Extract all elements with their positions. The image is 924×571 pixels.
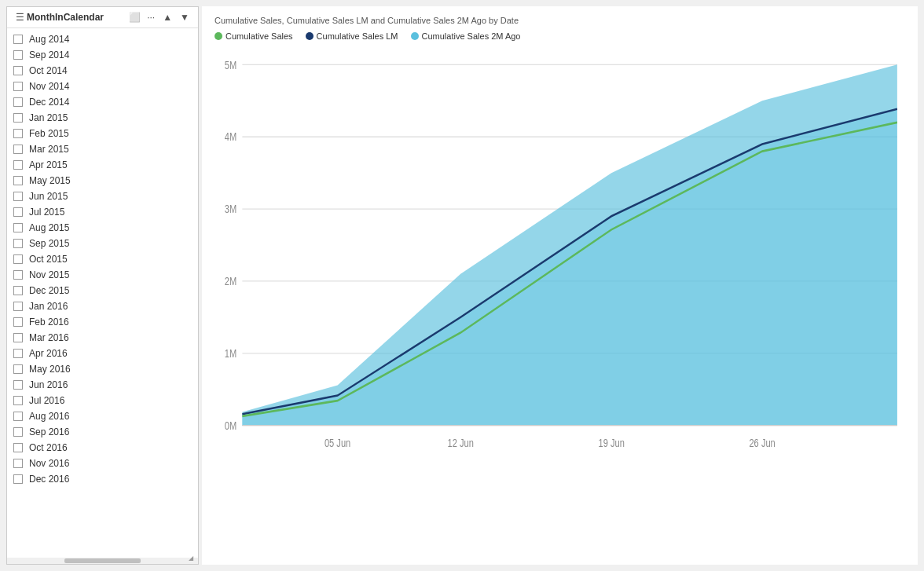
chart-area: 5M 4M 3M 2M 1M 0M 05 Jun	[214, 50, 905, 555]
list-item[interactable]: Apr 2016	[7, 346, 198, 361]
month-label: Dec 2015	[29, 285, 69, 296]
checkbox[interactable]	[13, 82, 23, 91]
filter-panel: ☰ MonthInCalendar ⬜ ··· ▲ ▼ Aug 2014Sep …	[6, 6, 199, 565]
list-item[interactable]: Oct 2014	[7, 63, 198, 79]
checkbox[interactable]	[13, 207, 23, 217]
month-label: Sep 2016	[29, 426, 69, 437]
month-label: Feb 2015	[29, 128, 69, 139]
checkbox[interactable]	[13, 223, 23, 232]
hamburger-icon[interactable]: ☰	[13, 12, 27, 23]
svg-text:0M: 0M	[225, 419, 236, 432]
list-item[interactable]: Feb 2015	[7, 126, 198, 141]
list-item[interactable]: Nov 2015	[7, 267, 198, 283]
list-item[interactable]: Aug 2016	[7, 408, 198, 424]
month-label: Jul 2015	[29, 207, 64, 218]
legend-item: Cumulative Sales	[214, 31, 293, 41]
checkbox[interactable]	[13, 364, 23, 374]
list-item[interactable]: Jan 2015	[7, 110, 198, 126]
list-item[interactable]: Aug 2014	[7, 31, 198, 47]
panel-title: MonthInCalendar	[27, 12, 126, 23]
chart-panel: Cumulative Sales, Cumulative Sales LM an…	[202, 6, 918, 565]
list-item[interactable]: Jul 2015	[7, 204, 198, 220]
month-label: May 2016	[29, 364, 71, 375]
list-item[interactable]: Dec 2016	[7, 471, 198, 487]
checkbox[interactable]	[13, 239, 23, 248]
month-label: Nov 2016	[29, 458, 69, 469]
month-label: Dec 2014	[29, 97, 69, 108]
chart-title: Cumulative Sales, Cumulative Sales LM an…	[214, 16, 905, 25]
list-item[interactable]: Nov 2014	[7, 79, 198, 94]
panel-header: ☰ MonthInCalendar ⬜ ··· ▲ ▼	[7, 7, 198, 28]
checkbox[interactable]	[13, 35, 23, 44]
checkbox[interactable]	[13, 302, 23, 311]
checkbox[interactable]	[13, 145, 23, 154]
checkbox[interactable]	[13, 113, 23, 123]
list-item[interactable]: Aug 2015	[7, 220, 198, 236]
resize-corner[interactable]: ◢	[189, 555, 196, 562]
horizontal-scrollbar[interactable]	[7, 558, 198, 564]
month-label: Mar 2016	[29, 332, 69, 343]
checkbox[interactable]	[13, 176, 23, 185]
checkbox[interactable]	[13, 317, 23, 327]
svg-text:05 Jun: 05 Jun	[324, 437, 350, 450]
checkbox[interactable]	[13, 192, 23, 201]
checkbox[interactable]	[13, 66, 23, 75]
month-label: Jul 2016	[29, 395, 64, 406]
list-item[interactable]: Sep 2014	[7, 47, 198, 63]
list-item[interactable]: Feb 2016	[7, 314, 198, 330]
checkbox[interactable]	[13, 50, 23, 60]
checkbox[interactable]	[13, 459, 23, 468]
month-label: Aug 2014	[29, 34, 69, 45]
checkbox[interactable]	[13, 160, 23, 170]
chart-svg: 5M 4M 3M 2M 1M 0M 05 Jun	[214, 50, 905, 555]
month-label: Jun 2016	[29, 379, 68, 390]
list-item[interactable]: Dec 2014	[7, 94, 198, 110]
list-item[interactable]: Mar 2015	[7, 141, 198, 157]
checkbox[interactable]	[13, 349, 23, 358]
list-item[interactable]: Jan 2016	[7, 298, 198, 314]
month-label: Sep 2014	[29, 49, 69, 60]
month-label: May 2015	[29, 175, 71, 186]
svg-text:4M: 4M	[225, 130, 236, 144]
svg-text:26 Jun: 26 Jun	[749, 437, 775, 450]
checkbox[interactable]	[13, 97, 23, 107]
month-label: Sep 2015	[29, 238, 69, 249]
checkbox[interactable]	[13, 427, 23, 437]
expand-icon[interactable]: ⬜	[126, 12, 143, 23]
legend-label: Cumulative Sales	[226, 31, 293, 41]
sort-desc-icon[interactable]: ▼	[178, 12, 192, 23]
month-label: Aug 2016	[29, 411, 69, 422]
list-item[interactable]: Dec 2015	[7, 283, 198, 298]
checkbox[interactable]	[13, 333, 23, 342]
list-item[interactable]: Mar 2016	[7, 330, 198, 346]
checkbox[interactable]	[13, 270, 23, 280]
checkbox[interactable]	[13, 396, 23, 405]
checkbox[interactable]	[13, 286, 23, 295]
list-item[interactable]: Sep 2016	[7, 424, 198, 440]
list-item[interactable]: Oct 2016	[7, 440, 198, 456]
checkbox[interactable]	[13, 474, 23, 484]
checkbox[interactable]	[13, 443, 23, 452]
svg-text:1M: 1M	[225, 347, 236, 361]
month-label: Jun 2015	[29, 191, 68, 202]
sort-asc-icon[interactable]: ▲	[160, 12, 174, 23]
chart-legend: Cumulative SalesCumulative Sales LMCumul…	[214, 31, 905, 41]
svg-text:2M: 2M	[225, 275, 236, 288]
list-item[interactable]: Oct 2015	[7, 251, 198, 267]
list-item[interactable]: Jul 2016	[7, 393, 198, 408]
scrollbar-h-thumb[interactable]	[64, 558, 141, 563]
list-item[interactable]: Jun 2016	[7, 377, 198, 393]
checkbox[interactable]	[13, 412, 23, 421]
checkbox[interactable]	[13, 129, 23, 138]
list-item[interactable]: May 2015	[7, 173, 198, 189]
list-item[interactable]: Sep 2015	[7, 236, 198, 251]
list-item[interactable]: Apr 2015	[7, 157, 198, 173]
month-label: Oct 2016	[29, 442, 68, 453]
list-item[interactable]: Nov 2016	[7, 456, 198, 471]
list-item[interactable]: Jun 2015	[7, 189, 198, 204]
list-item[interactable]: May 2016	[7, 361, 198, 377]
checkbox[interactable]	[13, 380, 23, 390]
checkbox[interactable]	[13, 254, 23, 264]
more-icon[interactable]: ···	[145, 12, 157, 23]
area-lm	[242, 109, 897, 426]
